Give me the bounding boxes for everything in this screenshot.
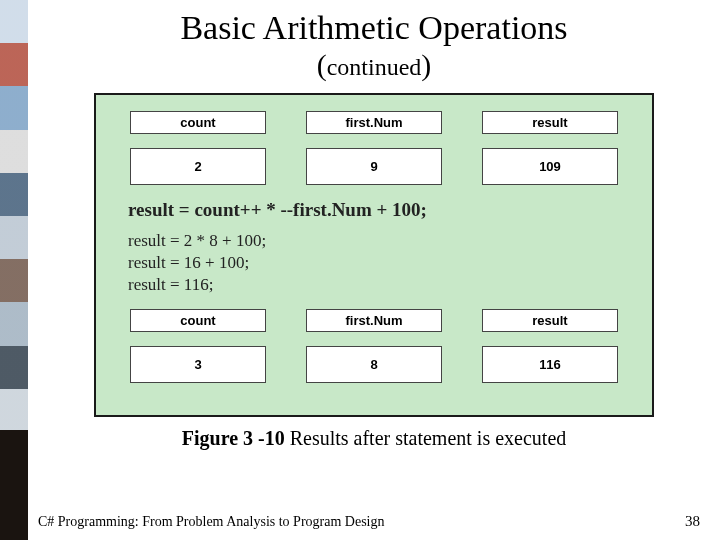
value-result-before: 109 [482,148,618,185]
code-formula: result = count++ * --first.Num + 100; [128,199,620,221]
value-count-after: 3 [130,346,266,383]
header-count: count [130,111,266,134]
value-count-before: 2 [130,148,266,185]
title-line2: (continued) [317,48,432,81]
header-result: result [482,111,618,134]
value-firstnum-before: 9 [306,148,442,185]
decorative-left-block [0,430,28,540]
slide-content: Basic Arithmetic Operations (continued) … [28,0,720,540]
figure-caption: Figure 3 -10 Results after statement is … [28,427,720,450]
values-after-row: 3 8 116 [130,346,618,383]
header-row-top: count first.Num result [130,111,618,134]
page-number: 38 [685,513,700,530]
value-result-after: 116 [482,346,618,383]
calc-step-2: result = 16 + 100; [128,253,620,273]
calc-step-1: result = 2 * 8 + 100; [128,231,620,251]
figure-panel: count first.Num result 2 9 109 result = … [94,93,654,417]
slide-title: Basic Arithmetic Operations (continued) [28,10,720,81]
header-row-bottom: count first.Num result [130,309,618,332]
caption-text: Results after statement is executed [290,427,567,449]
header-firstnum: first.Num [306,111,442,134]
header-count-b: count [130,309,266,332]
caption-label: Figure 3 -10 [182,427,290,449]
header-result-b: result [482,309,618,332]
values-before-row: 2 9 109 [130,148,618,185]
value-firstnum-after: 8 [306,346,442,383]
title-line1: Basic Arithmetic Operations [180,9,567,46]
header-firstnum-b: first.Num [306,309,442,332]
footer-text: C# Programming: From Problem Analysis to… [38,514,385,530]
calc-step-3: result = 116; [128,275,620,295]
